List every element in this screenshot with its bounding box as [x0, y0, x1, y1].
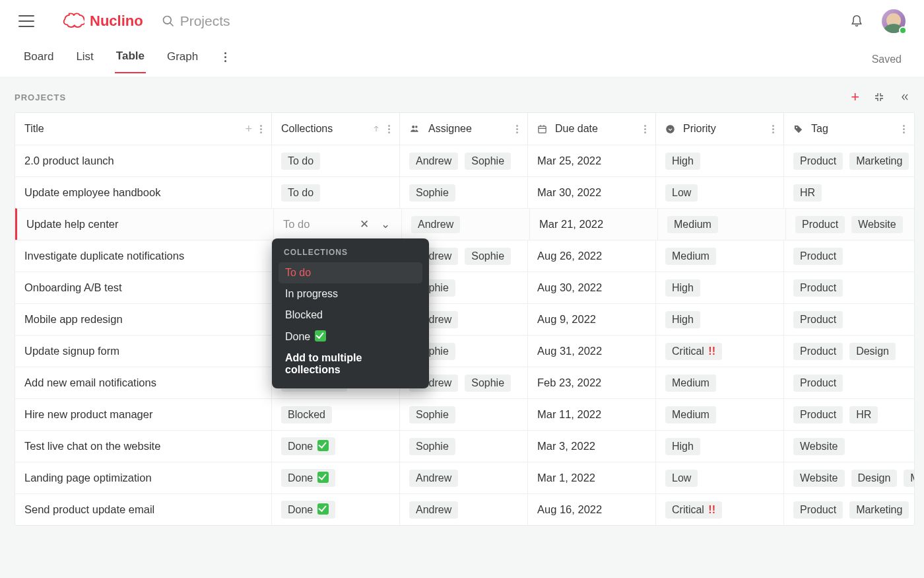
column-tag[interactable]: Tag — [783, 113, 914, 145]
cell-title[interactable]: Update help center — [17, 209, 273, 240]
cell-tags[interactable]: Product — [783, 272, 914, 303]
tab-table[interactable]: Table — [115, 46, 146, 73]
cell-due-date[interactable]: Mar 1, 2022 — [527, 462, 655, 493]
cell-assignee[interactable]: Sophie — [399, 431, 527, 462]
column-menu-icon[interactable] — [388, 125, 390, 133]
cell-tags[interactable]: HR — [783, 177, 914, 208]
table-row[interactable]: Update help centerTo do✕⌄AndrewMar 21, 2… — [15, 208, 914, 240]
cell-collection[interactable]: To do — [271, 177, 399, 208]
clear-icon[interactable]: ✕ — [360, 218, 369, 231]
cell-title[interactable]: Hire new product manager — [15, 399, 271, 430]
cell-due-date[interactable]: Aug 31, 2022 — [527, 336, 655, 367]
cell-priority[interactable]: High — [655, 272, 783, 303]
cell-collection[interactable]: Done — [271, 462, 399, 493]
table-row[interactable]: Onboarding A/B testIn progressSophieAug … — [15, 271, 914, 303]
cell-priority[interactable]: High — [655, 431, 783, 462]
table-row[interactable]: Update employee handbookTo doSophieMar 3… — [15, 176, 914, 208]
cell-priority[interactable]: Critical !! — [655, 494, 783, 525]
cell-tags[interactable]: ProductHR — [783, 399, 914, 430]
cell-collection[interactable]: To do✕⌄ — [273, 209, 401, 240]
cell-title[interactable]: Landing page optimization — [15, 462, 271, 493]
tab-board[interactable]: Board — [22, 46, 55, 73]
cell-assignee[interactable]: Sophie — [399, 399, 527, 430]
cell-tags[interactable]: WebsiteDesignMarketing — [783, 462, 914, 493]
tab-list[interactable]: List — [75, 46, 94, 73]
table-row[interactable]: Send product update emailDone AndrewAug … — [15, 493, 914, 525]
column-menu-icon[interactable] — [903, 125, 905, 133]
dropdown-option[interactable]: Done — [279, 326, 422, 347]
column-due-date[interactable]: Due date — [527, 113, 655, 145]
cell-assignee[interactable]: Andrew — [401, 209, 529, 240]
cell-tags[interactable]: ProductDesign — [783, 336, 914, 367]
column-collections[interactable]: Collections — [271, 113, 399, 145]
cell-tags[interactable]: Product — [783, 240, 914, 271]
table-row[interactable]: Update signup formIn progressSophieAug 3… — [15, 335, 914, 367]
cell-collection[interactable]: To do — [271, 145, 399, 176]
dropdown-option[interactable]: To do — [279, 262, 422, 283]
chevron-down-icon[interactable]: ⌄ — [381, 218, 390, 231]
cell-priority[interactable]: Medium — [655, 240, 783, 271]
cell-title[interactable]: Update signup form — [15, 336, 271, 367]
cell-title[interactable]: Add new email notifications — [15, 367, 271, 398]
column-priority[interactable]: Priority — [655, 113, 783, 145]
table-row[interactable]: Hire new product managerBlockedSophieMar… — [15, 398, 914, 430]
cell-title[interactable]: Send product update email — [15, 494, 271, 525]
cell-priority[interactable]: High — [655, 145, 783, 176]
add-item-button[interactable]: + — [851, 89, 859, 106]
column-menu-icon[interactable] — [644, 125, 646, 133]
cell-priority[interactable]: Low — [655, 462, 783, 493]
column-assignee[interactable]: Assignee — [399, 113, 527, 145]
menu-button[interactable] — [18, 15, 34, 27]
cell-due-date[interactable]: Feb 23, 2022 — [527, 367, 655, 398]
collections-dropdown[interactable]: COLLECTIONS To doIn progressBlockedDone … — [272, 238, 429, 388]
table-row[interactable]: Mobile app redesignIn progressAndrewAug … — [15, 303, 914, 335]
cell-tags[interactable]: ProductMarketing — [783, 494, 914, 525]
collapse-button[interactable] — [874, 92, 884, 102]
tabs-more-button[interactable] — [219, 52, 231, 67]
table-row[interactable]: Test live chat on the websiteDone Sophie… — [15, 430, 914, 462]
cell-tags[interactable]: Product — [783, 367, 914, 398]
cell-priority[interactable]: Low — [655, 177, 783, 208]
cell-due-date[interactable]: Aug 9, 2022 — [527, 304, 655, 335]
cell-due-date[interactable]: Mar 21, 2022 — [529, 209, 657, 240]
column-title[interactable]: Title + — [15, 113, 271, 145]
cell-title[interactable]: Test live chat on the website — [15, 431, 271, 462]
cell-assignee[interactable]: Andrew — [399, 494, 527, 525]
add-to-multiple-option[interactable]: Add to multiple collections — [279, 347, 422, 380]
cell-tags[interactable]: ProductWebsite — [785, 209, 914, 240]
cell-title[interactable]: Update employee handbook — [15, 177, 271, 208]
cell-title[interactable]: 2.0 product launch — [15, 145, 271, 176]
sort-asc-icon[interactable] — [372, 124, 380, 133]
cell-due-date[interactable]: Mar 3, 2022 — [527, 431, 655, 462]
cell-due-date[interactable]: Aug 26, 2022 — [527, 240, 655, 271]
search-field[interactable]: Projects — [162, 13, 230, 29]
column-menu-icon[interactable] — [772, 125, 774, 133]
user-avatar[interactable] — [882, 9, 906, 33]
table-row[interactable]: Landing page optimizationDone AndrewMar … — [15, 462, 914, 493]
cell-title[interactable]: Investigate duplicate notifications — [15, 240, 271, 271]
hide-panel-button[interactable] — [899, 92, 911, 102]
cell-due-date[interactable]: Aug 30, 2022 — [527, 272, 655, 303]
cell-due-date[interactable]: Aug 16, 2022 — [527, 494, 655, 525]
cell-title[interactable]: Mobile app redesign — [15, 304, 271, 335]
table-row[interactable]: Add new email notificationsIn progressAn… — [15, 367, 914, 398]
table-row[interactable]: Investigate duplicate notificationsIn pr… — [15, 240, 914, 271]
cell-due-date[interactable]: Mar 25, 2022 — [527, 145, 655, 176]
table-row[interactable]: 2.0 product launchTo doAndrewSophieMar 2… — [15, 145, 914, 176]
cell-due-date[interactable]: Mar 11, 2022 — [527, 399, 655, 430]
dropdown-option[interactable]: In progress — [279, 283, 422, 305]
cell-assignee[interactable]: AndrewSophie — [399, 145, 527, 176]
cell-title[interactable]: Onboarding A/B test — [15, 272, 271, 303]
cell-tags[interactable]: ProductMarketing — [783, 145, 914, 176]
cell-collection[interactable]: Blocked — [271, 399, 399, 430]
cell-priority[interactable]: Medium — [655, 367, 783, 398]
cell-tags[interactable]: Product — [783, 304, 914, 335]
column-menu-icon[interactable] — [516, 125, 518, 133]
cell-assignee[interactable]: Andrew — [399, 462, 527, 493]
cell-due-date[interactable]: Mar 30, 2022 — [527, 177, 655, 208]
cell-priority[interactable]: Medium — [655, 399, 783, 430]
cell-priority[interactable]: Critical !! — [655, 336, 783, 367]
column-menu-icon[interactable] — [260, 125, 262, 133]
notifications-icon[interactable] — [850, 14, 863, 28]
tab-graph[interactable]: Graph — [166, 46, 199, 73]
